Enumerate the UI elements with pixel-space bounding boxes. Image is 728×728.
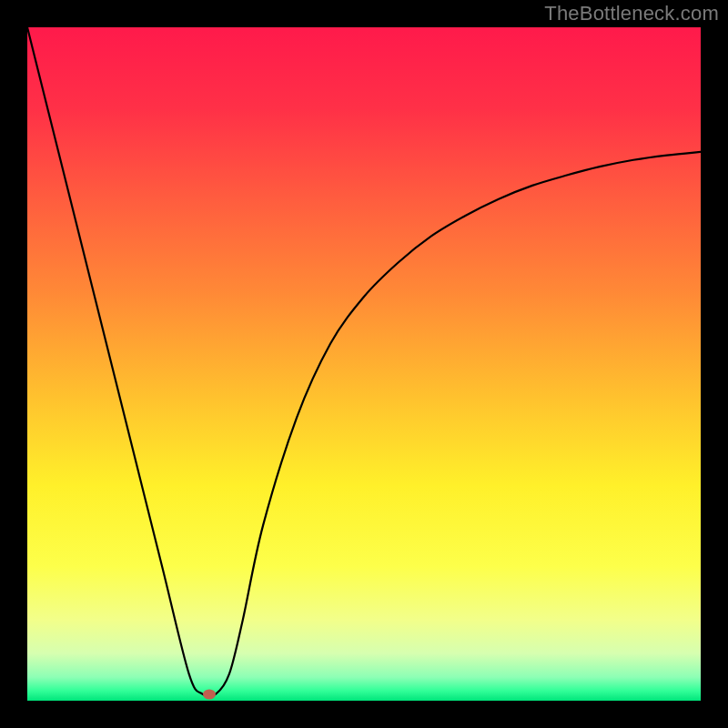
watermark-text: TheBottleneck.com [544,2,719,25]
chart-frame: TheBottleneck.com [0,0,728,728]
bottleneck-curve [27,27,701,701]
plot-area [27,27,701,701]
optimal-point-marker [203,689,216,699]
